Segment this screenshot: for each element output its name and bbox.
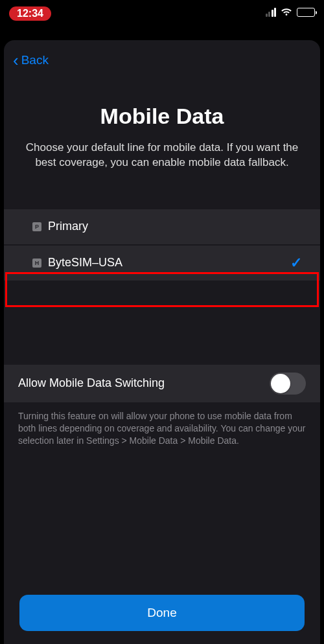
sim-badge-icon: P (32, 222, 41, 231)
battery-icon (297, 8, 315, 17)
line-label: Primary (48, 220, 302, 233)
allow-switching-row: Allow Mobile Data Switching (4, 365, 320, 402)
back-button[interactable]: ‹ Back (4, 40, 320, 75)
toggle-knob (271, 374, 290, 393)
sim-badge-icon: H (32, 259, 41, 268)
wifi-icon (281, 8, 292, 17)
toggle-description: Turning this feature on will allow your … (4, 402, 320, 455)
cellular-icon (266, 8, 277, 17)
sim-line-list: P Primary H ByteSIM–USA ✓ (4, 209, 320, 281)
checkmark-icon: ✓ (290, 255, 302, 271)
toggle-label: Allow Mobile Data Switching (18, 376, 165, 390)
line-label: ByteSIM–USA (48, 256, 290, 270)
chevron-left-icon: ‹ (13, 52, 19, 69)
status-icons (266, 6, 316, 17)
done-button[interactable]: Done (19, 595, 305, 631)
back-label: Back (21, 53, 49, 67)
status-bar: 12:34 (0, 0, 324, 31)
status-time-pill: 12:34 (9, 6, 51, 21)
line-option-primary[interactable]: P Primary (4, 209, 320, 244)
allow-switching-toggle[interactable] (270, 373, 306, 395)
line-option-bytesim[interactable]: H ByteSIM–USA ✓ (4, 246, 320, 281)
page-title: Mobile Data (4, 104, 320, 129)
modal-sheet: ‹ Back Mobile Data Choose your default l… (4, 40, 320, 644)
page-subtitle: Choose your default line for mobile data… (21, 141, 303, 170)
